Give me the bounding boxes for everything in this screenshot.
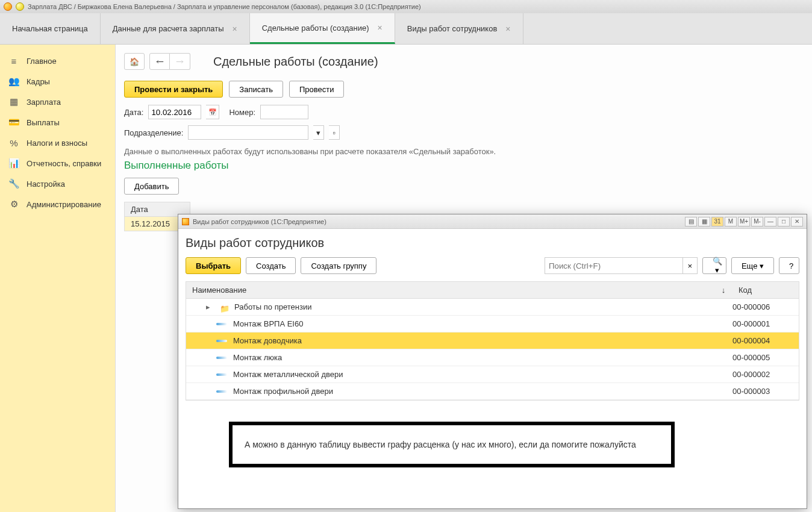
tab-payroll-data[interactable]: Данные для расчета зарплаты × (101, 13, 250, 44)
clear-search-button[interactable]: × (683, 257, 698, 274)
sidebar-item-label: Отчетность, справки (27, 159, 101, 168)
close-icon[interactable]: × (505, 24, 510, 34)
calc-mminus-button[interactable]: M- (751, 217, 763, 226)
home-button[interactable]: 🏠 (124, 53, 145, 70)
row-code: 00-000003 (732, 387, 799, 396)
row-code: 00-000006 (732, 302, 799, 311)
tab-label: Виды работ сотрудников (407, 24, 498, 33)
item-icon (216, 390, 227, 393)
create-group-button[interactable]: Создать группу (301, 257, 376, 274)
back-button[interactable]: 🡐 (149, 53, 170, 70)
item-icon (216, 357, 227, 359)
add-button[interactable]: Добавить (124, 178, 179, 195)
grid-row[interactable]: Монтаж металлической двери00-000002 (186, 366, 799, 383)
row-name: Монтаж ВРПА EI60 (233, 319, 303, 328)
department-input[interactable] (188, 125, 308, 140)
sidebar-item-admin[interactable]: ⚙Администрирование (0, 194, 115, 214)
item-icon (216, 323, 227, 325)
section-completed-works: Выполненные работы (124, 160, 812, 172)
item-icon (216, 373, 227, 376)
grid-row[interactable]: Монтаж ВРПА EI6000-000001 (186, 316, 799, 332)
row-code: 00-000001 (732, 319, 799, 328)
calc-mplus-button[interactable]: M+ (738, 217, 750, 226)
tab-label: Данные для расчета зарплаты (113, 24, 224, 33)
create-button[interactable]: Создать (246, 257, 296, 274)
app-icon (4, 2, 12, 11)
sidebar-item-payments[interactable]: 💳Выплаты (0, 112, 115, 133)
sidebar-item-label: Выплаты (27, 118, 60, 127)
dialog-titlebar[interactable]: Виды работ сотрудников (1С:Предприятие) … (178, 214, 807, 229)
sidebar-item-salary[interactable]: ▦Зарплата (0, 92, 115, 112)
row-code: 00-000004 (732, 336, 799, 345)
sidebar-item-hr[interactable]: 👥Кадры (0, 71, 115, 92)
dropdown-icon[interactable]: ▾ (313, 125, 324, 140)
people-icon: 👥 (8, 76, 19, 87)
dialog-window-title: Виды работ сотрудников (1С:Предприятие) (193, 218, 326, 225)
row-name: Монтаж металлической двери (233, 370, 343, 379)
post-and-close-button[interactable]: Провести и закрыть (124, 81, 223, 98)
grid-row[interactable]: ▸Работы по претензии00-000006 (186, 299, 799, 316)
tab-label: Начальная страница (12, 24, 88, 33)
page-title: Сдельные работы (создание) (213, 55, 378, 69)
grid-row[interactable]: Монтаж доводчика00-000004 (186, 332, 799, 349)
search-settings-button[interactable]: 🔍▾ (702, 257, 726, 274)
row-name: Работы по претензии (234, 302, 311, 311)
tab-work-types[interactable]: Виды работ сотрудников × (395, 13, 523, 44)
grid-row[interactable]: Монтаж люка00-000005 (186, 349, 799, 366)
calc-m-button[interactable]: M (725, 217, 737, 226)
expand-icon[interactable]: ▸ (204, 302, 211, 311)
write-button[interactable]: Записать (229, 81, 283, 98)
maximize-button[interactable]: □ (778, 217, 790, 226)
sidebar-item-settings[interactable]: 🔧Настройка (0, 173, 115, 194)
grid-header-name[interactable]: Наименование (186, 282, 714, 298)
chart-icon: 📊 (8, 158, 19, 169)
app-icon (182, 218, 189, 225)
more-button[interactable]: Еще ▾ (731, 257, 774, 274)
wrench-icon: 🔧 (8, 178, 19, 189)
tab-start-page[interactable]: Начальная страница (0, 13, 101, 44)
tab-piecework-create[interactable]: Сдельные работы (создание) × (250, 13, 395, 44)
sort-indicator-icon[interactable]: ↓ (714, 282, 732, 298)
close-button[interactable]: ✕ (791, 217, 803, 226)
open-reference-icon[interactable]: ▫ (329, 125, 340, 140)
sidebar-item-taxes[interactable]: %Налоги и взносы (0, 133, 115, 153)
row-name: Монтаж люка (233, 353, 282, 362)
search-input[interactable] (545, 257, 683, 274)
sidebar-item-main[interactable]: ≡Главное (0, 51, 115, 71)
row-name: Монтаж доводчика (233, 336, 302, 345)
forward-button[interactable]: 🡒 (170, 53, 190, 70)
sidebar-item-label: Администрирование (27, 200, 101, 209)
percent-icon: % (8, 138, 19, 148)
sidebar-item-label: Налоги и взносы (27, 139, 87, 148)
post-button[interactable]: Провести (289, 81, 345, 98)
row-code: 00-000002 (732, 370, 799, 379)
number-label: Номер: (229, 108, 255, 117)
grid-header-code[interactable]: Код (732, 282, 799, 298)
info-text: Данные о выполненных работах будут испол… (124, 147, 812, 156)
main-tabs: Начальная страница Данные для расчета за… (0, 13, 812, 45)
toolbar-icon[interactable]: ▦ (698, 217, 710, 226)
close-icon[interactable]: × (378, 23, 383, 33)
card-icon: 💳 (8, 117, 19, 128)
calendar-icon[interactable]: 📅 (206, 105, 219, 119)
department-label: Подразделение: (124, 128, 183, 137)
folder-icon (220, 304, 228, 310)
grid-row[interactable]: Монтаж профильной двери00-000003 (186, 383, 799, 400)
sidebar-item-reports[interactable]: 📊Отчетность, справки (0, 153, 115, 173)
number-input[interactable] (260, 105, 308, 119)
sidebar-item-label: Зарплата (27, 98, 61, 107)
app-title-text: Зарплата ДВС / Биржакова Елена Валерьевн… (28, 3, 421, 10)
row-name: Монтаж профильной двери (233, 387, 333, 396)
app-titlebar: Зарплата ДВС / Биржакова Елена Валерьевн… (0, 0, 812, 13)
close-icon[interactable]: × (233, 24, 237, 34)
select-button[interactable]: Выбрать (186, 257, 241, 274)
toolbar-icon[interactable]: ▤ (685, 217, 697, 226)
app-status-icon (16, 2, 24, 11)
date-input[interactable] (148, 105, 201, 119)
sidebar-item-label: Настройка (27, 180, 65, 189)
calendar-icon[interactable]: 31 (711, 217, 723, 226)
row-code: 00-000005 (732, 353, 799, 362)
work-types-grid: Наименование ↓ Код ▸Работы по претензии0… (186, 281, 799, 401)
help-button[interactable]: ? (779, 257, 799, 274)
minimize-button[interactable]: — (764, 217, 776, 226)
